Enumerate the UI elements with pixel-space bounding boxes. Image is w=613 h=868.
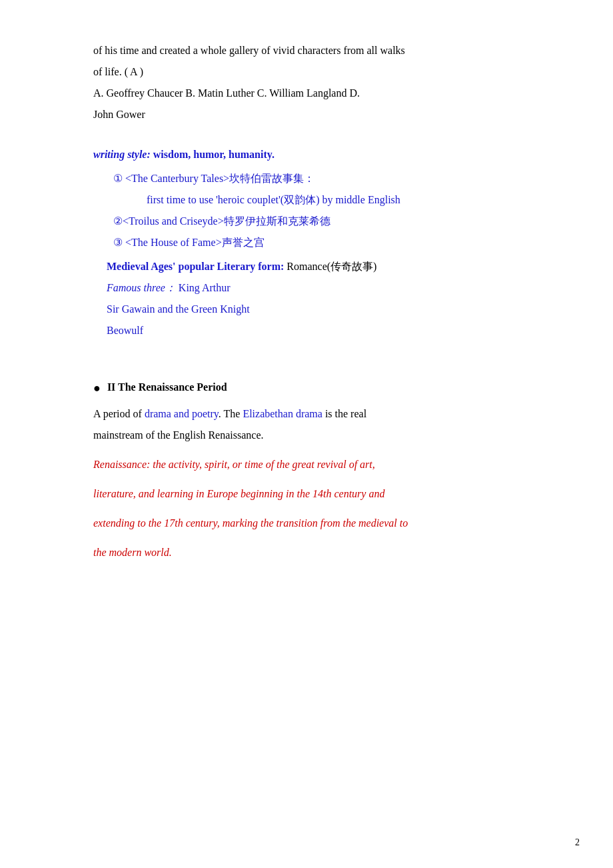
item-1-sub-text: first time to use 'heroic couplet'(双韵体) …	[147, 194, 400, 205]
famous-three-item3-line: Beowulf	[93, 320, 520, 341]
renaissance-def-line3: extending to the 17th century, marking t…	[93, 513, 520, 534]
section2-bullet: ●	[93, 379, 101, 398]
answer-text-2: John Gower	[93, 109, 145, 120]
renaissance-rest-1: : the activity, spirit, or time of the g…	[147, 459, 375, 470]
answer-text-1: A. Geoffrey Chaucer B. Matin Luther C. W…	[93, 87, 360, 99]
renaissance-p1-c: is the real	[322, 408, 366, 419]
renaissance-def-line4: the modern world.	[93, 542, 520, 563]
item-3-number: ③	[113, 237, 123, 248]
renaissance-label: Renaissance	[93, 459, 147, 470]
answer-line2: John Gower	[93, 104, 520, 125]
famous-three-label: Famous three：	[107, 282, 176, 293]
famous-three-line: Famous three： King Arthur	[93, 277, 520, 299]
item-2-number: ②	[113, 215, 123, 227]
opening-line1: of his time and created a whole gallery …	[93, 40, 520, 61]
renaissance-def-text4: the modern world.	[93, 547, 172, 558]
renaissance-para1-line2: mainstream of the English Renaissance.	[93, 425, 520, 446]
item-1-sub: first time to use 'heroic couplet'(双韵体) …	[93, 189, 520, 211]
renaissance-p1-a: A period of	[93, 408, 145, 419]
renaissance-definition: Renaissance: the activity, spirit, or ti…	[93, 454, 520, 475]
writing-style-heading: writing style: wisdom, humor, humanity.	[93, 144, 520, 165]
famous-three-item3: Beowulf	[107, 325, 143, 336]
renaissance-p1-line2: mainstream of the English Renaissance.	[93, 429, 263, 441]
renaissance-def-text3: extending to the 17th century, marking t…	[93, 517, 408, 529]
spacer-2	[93, 341, 520, 360]
opening-line2: of life. ( A )	[93, 61, 520, 83]
opening-text-2: of life. ( A )	[93, 66, 143, 77]
page-number: 2	[575, 837, 580, 848]
item-2: ②<Troilus and Criseyde>特罗伊拉斯和克莱希德	[93, 211, 520, 232]
renaissance-def-line2: literature, and learning in Europe begin…	[93, 483, 520, 505]
writing-style-normal: wisdom, humor, humanity.	[151, 149, 275, 160]
medieval-form: Medieval Ages' popular Literary form: Ro…	[93, 256, 520, 277]
item-3-text: <The House of Fame>声誉之宫	[123, 237, 265, 248]
item-1: ① <The Canterbury Tales>坎特伯雷故事集：	[93, 168, 520, 189]
writing-style-italic: writing style:	[93, 149, 151, 160]
page-number-value: 2	[575, 837, 580, 847]
answer-line1: A. Geoffrey Chaucer B. Matin Luther C. W…	[93, 83, 520, 104]
section2-title: II The Renaissance Period	[107, 379, 227, 396]
item-1-number: ①	[113, 173, 123, 184]
item-1-text: <The Canterbury Tales>坎特伯雷故事集：	[123, 173, 314, 184]
spacer-1	[93, 125, 520, 144]
famous-three-item2: Sir Gawain and the Green Knight	[107, 303, 250, 315]
section2-heading: ● II The Renaissance Period	[93, 379, 520, 398]
item-2-text: <Troilus and Criseyde>特罗伊拉斯和克莱希德	[123, 215, 330, 227]
famous-three-item2-line: Sir Gawain and the Green Knight	[93, 299, 520, 320]
renaissance-p1-drama: drama and poetry	[145, 408, 219, 419]
renaissance-def-text2: literature, and learning in Europe begin…	[93, 488, 384, 499]
item-3: ③ <The House of Fame>声誉之宫	[93, 232, 520, 253]
renaissance-p1-b: . The	[219, 408, 243, 419]
renaissance-para1: A period of drama and poetry. The Elizab…	[93, 403, 520, 425]
opening-text-1: of his time and created a whole gallery …	[93, 45, 405, 56]
renaissance-p1-eliz: Elizabethan drama	[243, 408, 322, 419]
famous-three-item1: King Arthur	[176, 282, 231, 293]
medieval-form-normal: Romance(传奇故事)	[284, 261, 376, 272]
opening-paragraph: of his time and created a whole gallery …	[93, 40, 520, 125]
document-content: of his time and created a whole gallery …	[93, 40, 520, 563]
medieval-form-bold: Medieval Ages' popular Literary form:	[107, 261, 284, 272]
